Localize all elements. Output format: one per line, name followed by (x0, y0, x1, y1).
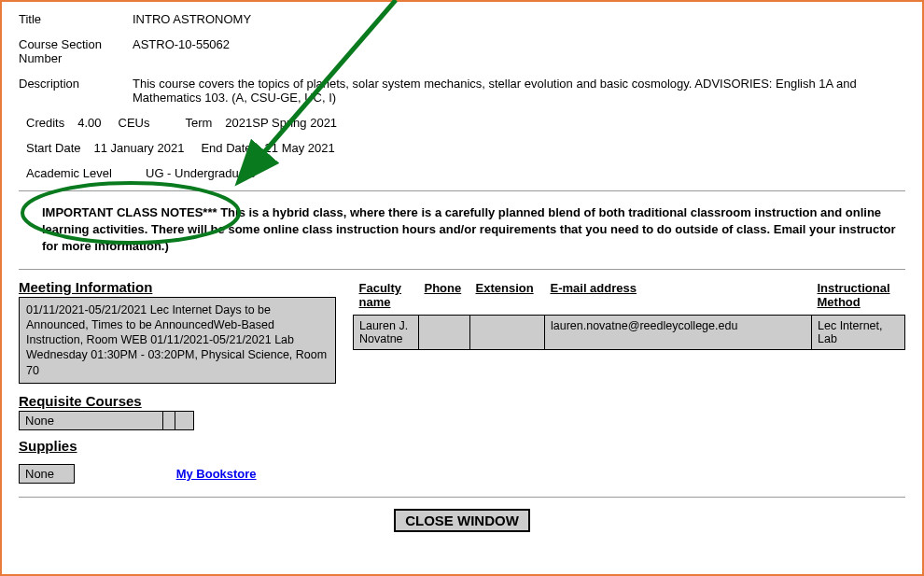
phone-header: Phone (419, 279, 470, 316)
divider (19, 190, 905, 191)
supplies-heading: Supplies (19, 438, 336, 454)
extension-header: Extension (470, 279, 545, 316)
description-label: Description (19, 77, 133, 91)
divider (19, 497, 905, 498)
meeting-information-heading: Meeting Information (19, 279, 336, 295)
requisite-courses-row: None (19, 411, 336, 430)
supplies-value: None (19, 464, 75, 484)
requisite-courses-heading: Requisite Courses (19, 393, 336, 409)
course-section-number-label: Course Section Number (19, 37, 133, 65)
faculty-name-header: Faculty name (354, 279, 419, 316)
credits-value: 4.00 (77, 116, 101, 130)
instructional-method-cell: Lec Internet, Lab (812, 315, 905, 349)
faculty-header-row: Faculty name Phone Extension E-mail addr… (354, 279, 905, 316)
requisite-courses-value: None (19, 411, 163, 430)
important-class-notes: IMPORTANT CLASS NOTES*** This is a hybri… (19, 199, 905, 261)
end-date-value: 21 May 2021 (265, 141, 335, 155)
academic-level-value: UG - Undergraduate (146, 166, 256, 180)
meeting-information-box: 01/11/2021-05/21/2021 Lec Internet Days … (19, 297, 336, 384)
academic-level-label: Academic Level (26, 166, 133, 180)
my-bookstore-link[interactable]: My Bookstore (176, 467, 257, 481)
requisite-spacer (163, 411, 175, 430)
term-label: Term (185, 116, 212, 130)
faculty-name-cell: Lauren J. Novatne (354, 315, 419, 349)
title-value: INTRO ASTRONOMY (133, 12, 905, 26)
term-value: 2021SP Spring 2021 (225, 116, 337, 130)
email-header: E-mail address (545, 279, 812, 316)
faculty-row: Lauren J. Novatne lauren.novatne@reedley… (354, 315, 905, 349)
description-value: This course covers the topics of planets… (133, 77, 905, 105)
start-date-label: Start Date (26, 141, 81, 155)
close-window-button[interactable]: CLOSE WINDOW (394, 509, 530, 532)
credits-label: Credits (26, 116, 64, 130)
divider (19, 269, 905, 270)
instructional-method-header: Instructional Method (812, 279, 905, 316)
email-cell: lauren.novatne@reedleycollege.edu (545, 315, 812, 349)
start-date-value: 11 January 2021 (94, 141, 185, 155)
faculty-table: Faculty name Phone Extension E-mail addr… (353, 279, 905, 350)
ceus-label: CEUs (119, 116, 150, 130)
extension-cell (470, 315, 545, 349)
end-date-label: End Date (201, 141, 251, 155)
title-label: Title (19, 12, 133, 26)
requisite-spacer (175, 411, 194, 430)
phone-cell (419, 315, 470, 349)
course-section-number-value: ASTRO-10-55062 (133, 37, 905, 51)
